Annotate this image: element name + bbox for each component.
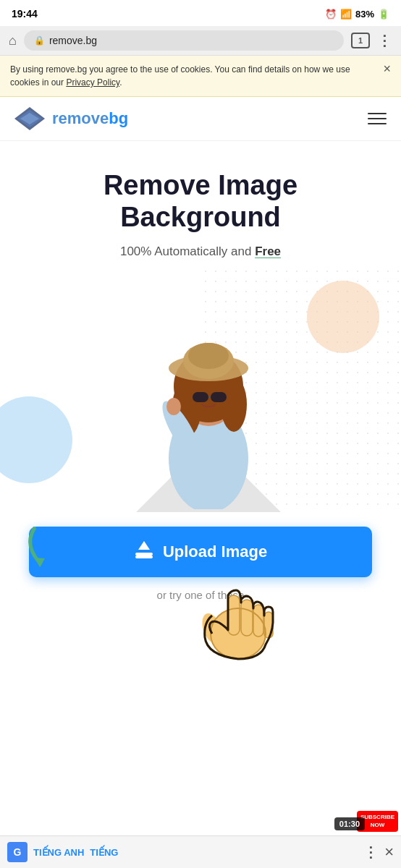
google-translate-icon: G [7,842,28,862]
svg-point-16 [166,398,181,415]
tab-count-button[interactable]: 1 [351,33,370,48]
demo-area [0,266,401,512]
svg-rect-25 [253,605,263,637]
svg-rect-13 [211,392,227,402]
svg-rect-24 [241,600,253,636]
browser-more-button[interactable]: ⋮ [377,32,392,49]
svg-point-11 [188,343,229,369]
status-time: 19:44 [12,8,38,20]
status-right-icons: ⏰ 📶 83% 🔋 [325,9,389,20]
browser-bar: ⌂ 🔒 remove.bg 1 ⋮ [0,26,401,56]
upload-image-button[interactable]: Upload Image [29,527,372,577]
hero-section: Remove Image Background 100% Automatical… [0,141,401,266]
hamburger-menu[interactable] [368,113,387,124]
hero-title: Remove Image Background [22,170,379,233]
demo-image [129,285,288,512]
svg-rect-28 [228,595,240,635]
svg-marker-20 [138,541,150,550]
svg-rect-30 [253,605,263,637]
svg-rect-31 [264,612,273,638]
browser-bottom-bar: G TIẾNG ANH TIẾNG ⋮ × [0,835,401,868]
timer-badge: 01:30 [334,817,365,830]
svg-rect-12 [193,392,208,402]
hero-subtitle: 100% Automatically and Free [22,244,379,259]
peach-decoration [307,281,379,353]
url-bar[interactable]: 🔒 remove.bg [24,30,344,51]
svg-rect-26 [264,612,273,638]
privacy-policy-link[interactable]: Privacy Policy [66,77,119,88]
upload-area: Upload Image or try one of these [0,512,401,611]
site-logo[interactable]: removebg [14,107,128,130]
upload-icon [134,540,154,564]
svg-rect-29 [241,600,253,636]
bottom-close-button[interactable]: × [384,843,394,861]
logo-text: removebg [52,109,128,128]
svg-rect-18 [135,553,153,556]
svg-point-27 [211,608,266,659]
svg-point-22 [198,611,226,647]
home-button[interactable]: ⌂ [9,33,17,48]
logo-icon [14,107,45,130]
or-text: or try one of these [29,589,372,601]
upload-button-label: Upload Image [163,542,267,561]
bottom-more-button[interactable]: ⋮ [363,843,379,861]
svg-point-21 [211,608,266,659]
url-text: remove.bg [49,35,97,46]
lock-icon: 🔒 [34,35,45,46]
hand-cursor-overlay [196,565,283,669]
translate-lang1[interactable]: TIẾNG ANH [33,847,84,858]
site-nav: removebg [0,97,401,141]
blue-decoration [0,396,72,483]
cookie-banner: By using remove.bg you agree to the use … [0,56,401,97]
alarm-icon: ⏰ [325,9,337,20]
woman-svg [129,285,288,509]
battery-text: 83% [355,9,374,20]
translate-lang2[interactable]: TIẾNG [90,847,118,858]
cookie-text: By using remove.bg you agree to the use … [10,63,376,89]
status-bar: 19:44 ⏰ 📶 83% 🔋 [0,0,401,26]
cookie-close-button[interactable]: × [383,61,391,77]
battery-icon: 🔋 [378,9,389,20]
wifi-icon: 📶 [340,9,352,20]
site-content: removebg Remove Image Background 100% Au… [0,97,401,611]
svg-point-8 [221,377,247,432]
svg-rect-23 [228,595,240,635]
svg-rect-19 [135,556,153,558]
